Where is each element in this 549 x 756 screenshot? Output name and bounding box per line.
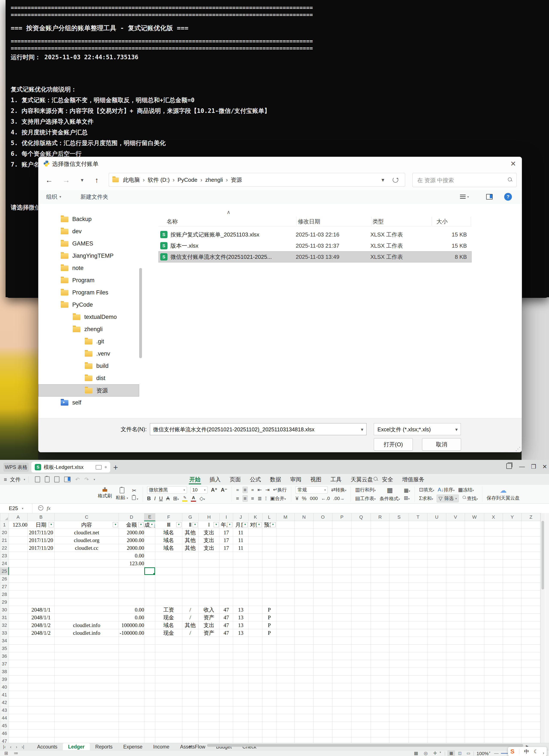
tree-item[interactable]: Program Files	[38, 286, 139, 299]
cell-V40[interactable]	[446, 683, 465, 691]
cell-J40[interactable]	[233, 683, 249, 691]
cell-M25[interactable]	[276, 567, 294, 575]
cell-R33[interactable]	[370, 629, 389, 637]
cell-D23[interactable]: 0.00	[119, 552, 144, 560]
cell-S43[interactable]	[389, 706, 408, 714]
file-row[interactable]: S 微信支付账单流水文件(20251021-2025... 2025-11-03…	[159, 251, 472, 262]
cell-H28[interactable]	[198, 591, 220, 598]
cell-Y43[interactable]	[503, 706, 522, 714]
cell-W40[interactable]	[465, 683, 484, 691]
cell-K26[interactable]	[248, 575, 262, 583]
cell-Q47[interactable]	[351, 737, 370, 743]
breadcrumb-item[interactable]: 此电脑	[121, 176, 142, 184]
row-header-26[interactable]: 26	[0, 575, 9, 583]
cell-F46[interactable]	[155, 730, 182, 737]
cell-U25[interactable]	[427, 567, 446, 575]
cell-U30[interactable]	[427, 606, 446, 614]
filename-input[interactable]: 微信支付账单流水文件(20251021-20251102)_2025110313…	[150, 423, 366, 435]
cell-mode-icon[interactable]: ⊞	[4, 751, 8, 756]
cell-I44[interactable]	[220, 714, 233, 722]
cell-P23[interactable]	[332, 552, 351, 560]
cell-J38[interactable]	[233, 668, 249, 676]
cell-X34[interactable]	[484, 637, 503, 645]
save-icon[interactable]	[35, 476, 40, 482]
cell-I25[interactable]	[220, 567, 233, 575]
print-preview-icon[interactable]	[64, 477, 71, 482]
cell-B32[interactable]: 2048/1/2	[27, 621, 55, 629]
cell-H27[interactable]	[198, 583, 220, 591]
cell-R21[interactable]	[370, 536, 389, 544]
cell-F45[interactable]	[155, 722, 182, 730]
document-tab[interactable]: S 模板-Ledgert.xlsx	[31, 462, 110, 473]
cell-M40[interactable]	[276, 683, 294, 691]
prev-sheet-icon[interactable]: ‹	[10, 744, 11, 749]
freeze-button[interactable]: ▦冻结▾	[458, 487, 474, 493]
cell-F23[interactable]	[155, 552, 182, 560]
cell-Y36[interactable]	[503, 652, 522, 660]
cell-Z36[interactable]	[522, 652, 540, 660]
cell-P47[interactable]	[332, 737, 351, 743]
cell-P34[interactable]	[332, 637, 351, 645]
cell-T30[interactable]	[408, 606, 427, 614]
cell-L22[interactable]	[262, 544, 276, 552]
cell-R23[interactable]	[370, 552, 389, 560]
cell-X43[interactable]	[484, 706, 503, 714]
tree-item[interactable]: Backup	[38, 213, 139, 225]
cell-D33[interactable]: -100000.00	[119, 629, 144, 637]
cell-N43[interactable]	[295, 706, 313, 714]
cell-F25[interactable]	[155, 567, 182, 575]
cell-Q46[interactable]	[351, 730, 370, 737]
cell-P44[interactable]	[332, 714, 351, 722]
cell-S41[interactable]	[389, 691, 408, 699]
cell-B1[interactable]: 日期▼	[27, 521, 55, 529]
cell-T20[interactable]	[408, 529, 427, 536]
tree-item[interactable]: self	[38, 397, 139, 409]
cell-Q25[interactable]	[351, 567, 370, 575]
cell-D21[interactable]: 2000.00	[119, 536, 144, 544]
cell-I47[interactable]	[220, 737, 233, 743]
column-header-Y[interactable]: Y	[503, 513, 522, 521]
cell-Z20[interactable]	[522, 529, 540, 536]
cell-P25[interactable]	[332, 567, 351, 575]
cell-F35[interactable]	[155, 645, 182, 652]
cell-B45[interactable]	[27, 722, 55, 730]
cell-M23[interactable]	[276, 552, 294, 560]
cell-L40[interactable]	[262, 683, 276, 691]
cell-M28[interactable]	[276, 591, 294, 598]
menu-tab[interactable]: 安全	[377, 474, 398, 485]
cell-G36[interactable]	[182, 652, 198, 660]
cell-J20[interactable]: 11	[233, 529, 249, 536]
cell-A35[interactable]	[9, 645, 27, 652]
cell-P41[interactable]	[332, 691, 351, 699]
cell-A21[interactable]	[9, 536, 27, 544]
cell-W27[interactable]	[465, 583, 484, 591]
cell-T39[interactable]	[408, 676, 427, 683]
cell-X1[interactable]	[484, 521, 503, 529]
cell-H21[interactable]: 支出	[198, 536, 220, 544]
column-header-E[interactable]: E	[144, 513, 155, 521]
row-header-41[interactable]: 41	[0, 691, 9, 699]
sheet-tab[interactable]: Income	[148, 743, 175, 750]
tree-item[interactable]: zhengli	[38, 323, 139, 335]
cell-X22[interactable]	[484, 544, 503, 552]
cell-I29[interactable]	[220, 598, 233, 606]
cell-X37[interactable]	[484, 660, 503, 668]
cell-V39[interactable]	[446, 676, 465, 683]
cell-R34[interactable]	[370, 637, 389, 645]
cell-G24[interactable]	[182, 560, 198, 567]
fill-color-button[interactable]: ◇▾	[200, 495, 205, 501]
cell-M27[interactable]	[276, 583, 294, 591]
moon-icon[interactable]: ☾	[534, 749, 538, 754]
cell-L41[interactable]	[262, 691, 276, 699]
row-header-40[interactable]: 40	[0, 683, 9, 691]
cell-Z22[interactable]	[522, 544, 540, 552]
cell-Y26[interactable]	[503, 575, 522, 583]
cell-U34[interactable]	[427, 637, 446, 645]
cell-I31[interactable]: 47	[220, 614, 233, 621]
cell-U47[interactable]	[427, 737, 446, 743]
cell-B40[interactable]	[27, 683, 55, 691]
cell-X21[interactable]	[484, 536, 503, 544]
cell-O44[interactable]	[313, 714, 332, 722]
cell-I41[interactable]	[220, 691, 233, 699]
cell-R46[interactable]	[370, 730, 389, 737]
